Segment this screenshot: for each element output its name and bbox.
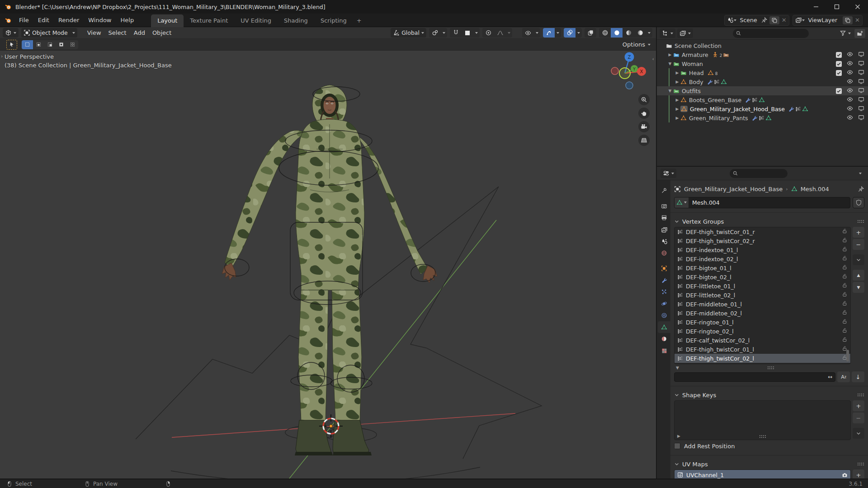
breadcrumb-object[interactable]: Green_Military_Jacket_Hood_Base — [684, 186, 783, 192]
properties-tab-output[interactable] — [658, 212, 670, 224]
viewport-menu-object[interactable]: Object — [149, 28, 175, 38]
vertex-group-row[interactable]: DEF-calf_twistCor_02_l — [675, 336, 850, 345]
lock-open-icon[interactable] — [842, 237, 848, 244]
disable-viewport-toggle[interactable] — [858, 105, 864, 113]
hide-toggle[interactable] — [847, 51, 853, 59]
outliner-row-woman[interactable]: ▼Woman — [657, 59, 868, 68]
sort-alphabetical-button[interactable]: Az — [837, 371, 850, 382]
navigation-gizmo[interactable]: Z Y X — [610, 47, 653, 91]
shape-key-specials-button[interactable] — [853, 428, 864, 439]
properties-tab-constraints[interactable] — [658, 310, 670, 321]
exclude-checkbox[interactable] — [836, 88, 842, 94]
pin-icon[interactable] — [761, 17, 768, 23]
lock-open-icon[interactable] — [842, 273, 848, 281]
vertex-group-row[interactable]: DEF-bigtoe_02_l — [675, 272, 850, 282]
viewlayer-selector[interactable]: ViewLayer ✕ — [793, 15, 863, 26]
select-subtract-button[interactable] — [44, 40, 56, 49]
properties-tab-scene[interactable] — [658, 235, 670, 247]
select-set-button[interactable] — [22, 40, 33, 49]
lock-open-icon[interactable] — [842, 228, 848, 235]
properties-tab-texture[interactable] — [658, 345, 670, 357]
exclude-checkbox[interactable] — [836, 70, 842, 76]
vertex-group-row[interactable]: DEF-littletoe_01_l — [675, 282, 850, 291]
vertex-group-specials-button[interactable] — [853, 254, 864, 265]
uv-maps-list[interactable]: UVChannel_1 — [674, 469, 851, 479]
orientation-dropdown[interactable]: Global — [391, 28, 426, 38]
invert-filter-icon[interactable]: ↔ — [828, 374, 832, 380]
outliner-search-input[interactable] — [733, 29, 809, 38]
minimize-button[interactable] — [806, 0, 826, 14]
lock-open-icon[interactable] — [842, 291, 848, 299]
vertex-group-row[interactable]: DEF-thigh_twistCor_02_l — [675, 354, 850, 363]
menu-window[interactable]: Window — [84, 15, 116, 25]
filter-expand-icon[interactable]: ▶ — [677, 434, 680, 438]
vertex-group-row[interactable]: DEF-middletoe_01_l — [675, 300, 850, 309]
properties-tab-modifiers[interactable] — [658, 274, 670, 286]
disable-viewport-toggle[interactable] — [858, 51, 864, 59]
shading-rendered-button[interactable] — [634, 28, 646, 38]
pin-icon[interactable] — [858, 186, 864, 192]
lock-open-icon[interactable] — [842, 310, 848, 317]
snap-target-button[interactable] — [462, 28, 473, 38]
hide-toggle[interactable] — [847, 96, 853, 104]
camera-view-button[interactable] — [638, 121, 650, 132]
maximize-button[interactable] — [826, 0, 847, 14]
disclosure-closed-icon[interactable]: ▶ — [674, 116, 680, 120]
lock-open-icon[interactable] — [842, 328, 848, 335]
add-workspace-button[interactable]: + — [353, 14, 365, 27]
scene-selector[interactable]: Scene ✕ — [724, 15, 789, 26]
lock-open-icon[interactable] — [842, 300, 848, 308]
proportional-edit-toggle[interactable] — [482, 28, 494, 38]
blender-menu-icon[interactable] — [5, 17, 12, 24]
sort-reverse-button[interactable]: ↓ — [852, 371, 864, 382]
move-group-up-button[interactable]: ▲ — [853, 270, 864, 281]
falloff-button[interactable] — [494, 28, 506, 38]
snap-settings-button[interactable] — [429, 28, 441, 38]
tab-uv-editing[interactable]: UV Editing — [234, 14, 278, 27]
editor-type-button[interactable] — [3, 28, 19, 38]
vertex-group-filter-input[interactable]: ↔ — [674, 372, 835, 382]
disclosure-closed-icon[interactable]: ▶ — [674, 98, 680, 102]
properties-options-icon[interactable] — [859, 173, 862, 174]
add-shape-key-button[interactable]: + — [853, 400, 864, 411]
panel-grip[interactable] — [857, 393, 864, 397]
exclude-checkbox[interactable] — [836, 52, 842, 58]
disable-viewport-toggle[interactable] — [858, 60, 864, 68]
new-scene-button[interactable] — [769, 16, 779, 24]
outliner-row-green-military-jacket-hood-base[interactable]: ▶Green_Military_Jacket_Hood_Base — [657, 104, 868, 113]
scrollbar-thumb[interactable] — [846, 350, 849, 361]
filter-icon[interactable] — [840, 30, 846, 37]
outliner-row-green-military-pants[interactable]: ▶Green_Military_Pants — [657, 113, 868, 122]
close-button[interactable] — [847, 0, 868, 14]
outliner-row-body[interactable]: ▶Body — [657, 77, 868, 86]
mesh-name-field[interactable]: Mesh.004 — [674, 197, 850, 208]
overlays-toggle[interactable] — [564, 28, 576, 38]
vertex-group-row[interactable]: DEF-thigh_twistCor_02_r — [675, 236, 850, 245]
shading-material-button[interactable] — [623, 28, 634, 38]
disclosure-closed-icon[interactable]: ▶ — [667, 52, 673, 57]
pan-button[interactable] — [638, 108, 650, 119]
hide-toggle[interactable] — [847, 69, 853, 77]
viewport-canvas[interactable] — [0, 51, 656, 479]
outliner-row-scene-collection[interactable]: Scene Collection — [657, 41, 868, 50]
toolbar-expand-icon[interactable]: › — [1, 53, 3, 59]
properties-tab-material[interactable] — [658, 333, 670, 345]
lock-open-icon[interactable] — [842, 319, 848, 326]
tab-layout[interactable]: Layout — [151, 14, 184, 27]
lock-open-icon[interactable] — [842, 264, 848, 272]
properties-tab-view-layer[interactable] — [658, 224, 670, 235]
outliner-row-head[interactable]: ▶Head8 — [657, 68, 868, 77]
visibility-dropdown[interactable] — [522, 28, 534, 38]
move-group-down-button[interactable]: ▼ — [853, 282, 864, 293]
vertex-group-row[interactable]: DEF-middletoe_02_l — [675, 309, 850, 318]
select-extend-button[interactable] — [33, 40, 44, 49]
exclude-checkbox[interactable] — [836, 61, 842, 67]
disclosure-closed-icon[interactable]: ▶ — [674, 107, 680, 111]
disclosure-open-icon[interactable]: ▼ — [667, 61, 673, 66]
vertex-group-row[interactable]: DEF-thigh_twistCor_01_r — [675, 227, 850, 236]
menu-render[interactable]: Render — [54, 15, 84, 25]
properties-search-input[interactable] — [730, 169, 788, 178]
mode-dropdown[interactable]: Object Mode — [21, 28, 77, 38]
vertex-group-row[interactable]: DEF-ringtoe_01_l — [675, 318, 850, 327]
active-tool-button[interactable] — [6, 40, 17, 50]
